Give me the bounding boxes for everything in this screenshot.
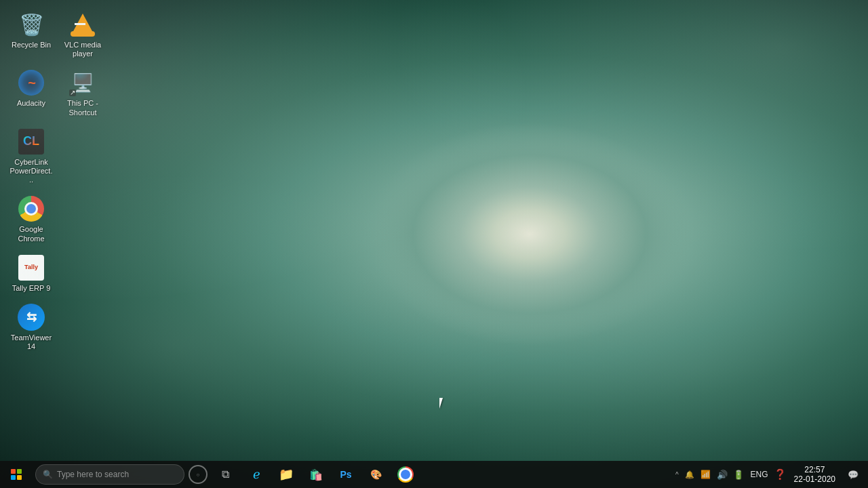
cortana-button[interactable]: ○: [184, 461, 212, 488]
store-icon: 🛍️: [309, 468, 323, 481]
recycle-bin-image: 🗑️: [18, 11, 45, 38]
task-view-icon: ⧉: [222, 468, 229, 481]
teamviewer-label: TeamViewer 14: [9, 333, 53, 351]
language-label: ENG: [751, 470, 768, 479]
clock-time: 22:57: [804, 465, 825, 474]
icon-row-0: 🗑️ Recycle Bin VLC media player: [7, 7, 107, 62]
icon-row-1: ~ Audacity 🖥️ ↗ This PC - Shortcut: [7, 65, 107, 121]
icon-row-2: CL CyberLink PowerDirect...: [7, 124, 107, 189]
mouse-cursor: [439, 398, 448, 411]
recycle-bin-icon[interactable]: 🗑️ Recycle Bin: [7, 7, 56, 62]
windows-logo: [11, 469, 22, 480]
teamviewer-image: ⇆: [18, 304, 45, 331]
chrome-image: [18, 195, 45, 222]
recycle-bin-label: Recycle Bin: [12, 41, 51, 49]
win-sq1: [11, 469, 16, 474]
cortana-circle: ○: [189, 465, 208, 484]
desktop: 🗑️ Recycle Bin VLC media player: [0, 0, 868, 488]
thispc-icon[interactable]: 🖥️ ↗ This PC - Shortcut: [58, 65, 107, 121]
thispc-label: This PC - Shortcut: [61, 99, 104, 117]
search-icon: 🔍: [43, 470, 53, 479]
app6-icon: 🎨: [370, 469, 382, 480]
audacity-image: ~: [18, 69, 45, 96]
taskbar-store[interactable]: 🛍️: [301, 461, 331, 488]
taskbar-photoshop[interactable]: Ps: [331, 461, 361, 488]
taskbar-apps: ℯ 📁 🛍️ Ps 🎨: [241, 461, 420, 488]
tray-notification-icon[interactable]: 🔔: [682, 461, 698, 488]
edge-icon: ℯ: [253, 467, 260, 482]
search-placeholder: Type here to search: [57, 470, 129, 479]
icon-row-5: ⇆ TeamViewer 14: [7, 300, 107, 355]
action-center-button[interactable]: 💬: [841, 461, 865, 488]
taskbar-chrome[interactable]: [391, 461, 420, 488]
tray-volume-icon[interactable]: 🔊: [714, 461, 730, 488]
language-indicator[interactable]: ENG: [747, 461, 772, 488]
teamviewer-icon[interactable]: ⇆ TeamViewer 14: [7, 300, 56, 355]
taskbar-edge[interactable]: ℯ: [241, 461, 271, 488]
start-button[interactable]: [0, 461, 33, 488]
cyberlink-label: CyberLink PowerDirect...: [9, 158, 53, 185]
tray-battery-icon[interactable]: 🔋: [730, 461, 747, 488]
task-view-button[interactable]: ⧉: [212, 461, 239, 488]
taskbar-app6[interactable]: 🎨: [361, 461, 391, 488]
win-sq4: [17, 475, 22, 480]
tally-icon[interactable]: Tally Tally ERP 9: [7, 250, 56, 297]
action-center-icon: 💬: [848, 470, 859, 480]
tray-help-icon[interactable]: ❓: [772, 461, 789, 488]
tray-chevron[interactable]: ^: [673, 461, 682, 488]
taskbar-chrome-icon: [397, 466, 414, 483]
audacity-icon[interactable]: ~ Audacity: [7, 65, 56, 121]
audacity-label: Audacity: [17, 99, 45, 108]
clock[interactable]: 22:57 22-01-2020: [789, 461, 841, 488]
tray-network-icon[interactable]: 📶: [698, 461, 714, 488]
icon-row-4: Tally Tally ERP 9: [7, 250, 107, 297]
photoshop-icon: Ps: [340, 469, 351, 480]
taskbar-explorer[interactable]: 📁: [271, 461, 301, 488]
google-chrome-icon[interactable]: Google Chrome: [7, 191, 56, 247]
win-sq2: [17, 469, 22, 474]
vlc-icon[interactable]: VLC media player: [58, 7, 107, 62]
cyberlink-icon[interactable]: CL CyberLink PowerDirect...: [7, 124, 56, 189]
folder-icon: 📁: [279, 467, 294, 482]
vlc-image: [69, 11, 96, 38]
cyberlink-image: CL: [18, 128, 45, 155]
system-tray: ^ 🔔 📶 🔊 🔋 ENG ❓ 22:57 22-01-2020 💬: [673, 461, 868, 488]
desktop-icons: 🗑️ Recycle Bin VLC media player: [7, 7, 107, 355]
chrome-label: Google Chrome: [9, 225, 53, 243]
clock-date: 22-01-2020: [794, 474, 835, 484]
vlc-label: VLC media player: [61, 41, 104, 58]
taskbar: 🔍 Type here to search ○ ⧉ ℯ 📁 🛍️: [0, 461, 868, 488]
tally-label: Tally ERP 9: [12, 284, 51, 293]
thispc-image: 🖥️ ↗: [69, 69, 96, 96]
icon-row-3: Google Chrome: [7, 191, 107, 247]
search-bar[interactable]: 🔍 Type here to search: [35, 464, 184, 485]
win-sq3: [11, 475, 16, 480]
tally-image: Tally: [18, 254, 45, 281]
